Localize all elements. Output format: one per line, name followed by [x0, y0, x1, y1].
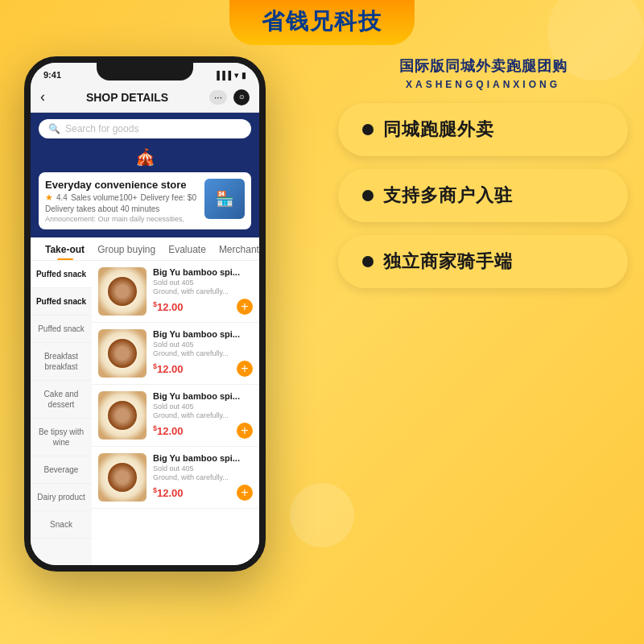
shop-name: Everyday convenience store [45, 179, 198, 191]
bullet-icon-1 [362, 124, 374, 135]
product-name-1: Big Yu bamboo spi... [153, 329, 253, 339]
feature-pill-1[interactable]: 同城跑腿外卖 [338, 103, 628, 156]
star-icon: ★ [45, 192, 53, 203]
product-sold-1: Sold out 405 [153, 341, 253, 349]
content-area: Puffed snack Puffed snack Puffed snack B… [31, 261, 259, 572]
shop-announcement: Announcement: Our main daily necessities… [45, 215, 198, 223]
add-to-cart-1[interactable]: + [237, 361, 253, 377]
battery-icon: ▮ [242, 71, 246, 80]
price-row-0: $12.00 + [153, 299, 253, 315]
header-title: 省钱兄科技 [262, 6, 382, 37]
product-sold-0: Sold out 405 [153, 279, 253, 287]
sidebar-item-4[interactable]: Cake and dessert [31, 381, 92, 419]
hotpot-visual-1 [98, 329, 147, 378]
search-placeholder: Search for goods [65, 123, 138, 134]
sidebar-item-7[interactable]: Dairy product [31, 484, 92, 511]
delivery-time: Delivery takes about 40 minutes [45, 204, 198, 213]
add-to-cart-0[interactable]: + [237, 299, 253, 315]
shop-details-title: SHOP DETAILS [86, 91, 168, 104]
product-desc-2: Ground, with carefully... [153, 411, 253, 419]
product-item-2: Big Yu bamboo spi... Sold out 405 Ground… [92, 385, 259, 447]
camera-button[interactable]: ⊙ [233, 89, 250, 105]
product-sold-3: Sold out 405 [153, 464, 253, 473]
sidebar-item-6[interactable]: Beverage [31, 456, 92, 484]
product-price-3: $12.00 [153, 486, 184, 499]
product-details-0: Big Yu bamboo spi... Sold out 405 Ground… [153, 267, 253, 315]
product-name-3: Big Yu bamboo spi... [153, 453, 253, 463]
bullet-icon-2 [362, 190, 374, 201]
deco-circle-1 [290, 483, 354, 547]
price-row-3: $12.00 + [153, 485, 253, 501]
product-details-2: Big Yu bamboo spi... Sold out 405 Ground… [153, 391, 253, 439]
product-desc-0: Ground, with carefully... [153, 287, 253, 295]
product-price-0: $12.00 [153, 300, 184, 313]
shop-info-card: Everyday convenience store ★ 4.4 Sales v… [39, 172, 251, 229]
header-banner: 省钱兄科技 [229, 0, 415, 45]
right-content: 国际版同城外卖跑腿团购 XASHENGQIANXIONG 同城跑腿外卖 支持多商… [338, 56, 628, 288]
products-list[interactable]: Big Yu bamboo spi... Sold out 405 Ground… [92, 261, 259, 572]
sidebar-item-2[interactable]: Puffed snack [31, 316, 92, 343]
brand-line: 国际版同城外卖跑腿团购 XASHENGQIANXIONG [338, 56, 628, 90]
product-price-2: $12.00 [153, 424, 184, 437]
bullet-icon-3 [362, 256, 374, 267]
feature-text-3: 独立商家骑手端 [383, 250, 513, 274]
add-to-cart-2[interactable]: + [237, 423, 253, 439]
sidebar-item-0[interactable]: Puffed snack [31, 261, 92, 288]
hotpot-visual-2 [98, 391, 147, 440]
search-bar-container: 🔍 Search for goods [31, 113, 259, 145]
price-row-1: $12.00 + [153, 361, 253, 377]
product-name-2: Big Yu bamboo spi... [153, 391, 253, 401]
product-price-1: $12.00 [153, 362, 184, 375]
hotpot-visual-3 [98, 453, 147, 502]
rating-value: 4.4 [56, 193, 68, 202]
product-image-2 [98, 391, 147, 440]
brand-main-text: 国际版同城外卖跑腿团购 [338, 56, 628, 76]
hotpot-visual-0 [98, 267, 147, 316]
shop-rating: ★ 4.4 Sales volume100+ Delivery fee: $0 [45, 192, 198, 203]
product-details-3: Big Yu bamboo spi... Sold out 405 Ground… [153, 453, 253, 501]
feature-pill-3[interactable]: 独立商家骑手端 [338, 235, 628, 288]
more-options-button[interactable]: ··· [209, 90, 227, 105]
sidebar-item-1[interactable]: Puffed snack [31, 288, 92, 316]
product-item-3: Big Yu bamboo spi... Sold out 405 Ground… [92, 447, 259, 509]
tab-group-buying[interactable]: Group buying [91, 237, 162, 260]
price-row-2: $12.00 + [153, 423, 253, 439]
brand-subtitle: XASHENGQIANXIONG [338, 79, 628, 90]
product-sold-2: Sold out 405 [153, 402, 253, 411]
tab-merchant[interactable]: Merchant [213, 237, 266, 260]
phone-mockup: 9:41 ▐▐▐ ▾ ▮ ‹ SHOP DETAILS ··· ⊙ 🔍 Sear… [24, 56, 282, 604]
product-item-0: Big Yu bamboo spi... Sold out 405 Ground… [92, 261, 259, 323]
sidebar-item-3[interactable]: Breakfast breakfast [31, 343, 92, 381]
search-input[interactable]: 🔍 Search for goods [39, 119, 251, 138]
shop-banner: 🎪 Everyday convenience store ★ 4.4 Sales… [31, 145, 259, 237]
product-desc-3: Ground, with carefully... [153, 473, 253, 481]
add-to-cart-3[interactable]: + [237, 485, 253, 501]
shop-text: Everyday convenience store ★ 4.4 Sales v… [45, 179, 198, 223]
product-name-0: Big Yu bamboo spi... [153, 267, 253, 277]
tab-evaluate[interactable]: Evaluate [162, 237, 213, 260]
header-action-icons: ··· ⊙ [209, 89, 250, 105]
category-sidebar[interactable]: Puffed snack Puffed snack Puffed snack B… [31, 261, 92, 572]
signal-icon: ▐▐▐ [214, 71, 231, 80]
feature-pill-2[interactable]: 支持多商户入驻 [338, 169, 628, 222]
feature-text-1: 同城跑腿外卖 [383, 118, 494, 142]
delivery-fee: Delivery fee: $0 [140, 193, 196, 202]
sidebar-item-8[interactable]: Snack [31, 511, 92, 539]
product-image-3 [98, 453, 147, 502]
shop-image: 🏪 [204, 179, 245, 219]
app-header: ‹ SHOP DETAILS ··· ⊙ [31, 85, 259, 113]
product-image-1 [98, 329, 147, 378]
phone-notch [97, 63, 193, 80]
sidebar-item-5[interactable]: Be tipsy with wine [31, 419, 92, 456]
tab-takeout[interactable]: Take-out [39, 237, 91, 260]
wifi-icon: ▾ [234, 71, 238, 80]
product-item-1: Big Yu bamboo spi... Sold out 405 Ground… [92, 323, 259, 385]
phone-frame: 9:41 ▐▐▐ ▾ ▮ ‹ SHOP DETAILS ··· ⊙ 🔍 Sear… [24, 56, 266, 572]
status-time: 9:41 [43, 70, 61, 80]
feature-text-2: 支持多商户入驻 [383, 184, 513, 208]
back-button[interactable]: ‹ [40, 89, 45, 105]
product-details-1: Big Yu bamboo spi... Sold out 405 Ground… [153, 329, 253, 377]
search-icon: 🔍 [48, 123, 60, 134]
status-icons: ▐▐▐ ▾ ▮ [214, 71, 246, 80]
product-image-0 [98, 267, 147, 316]
